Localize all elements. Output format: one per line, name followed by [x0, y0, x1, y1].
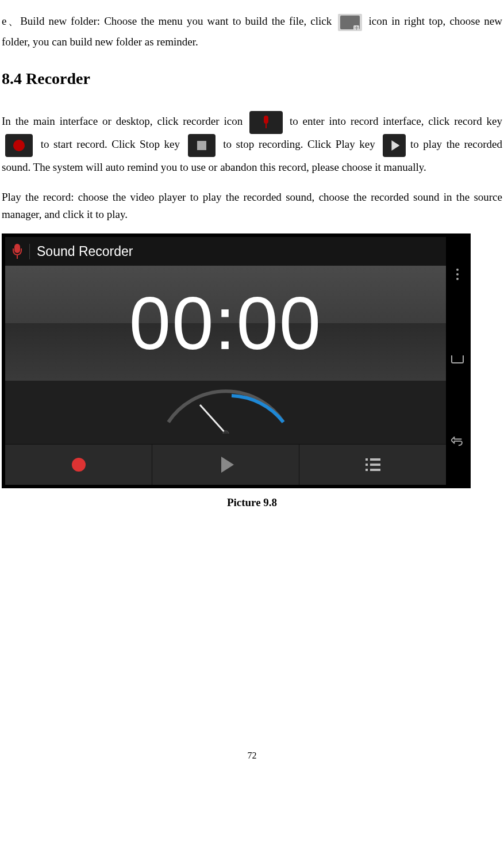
system-nav-bar: [448, 237, 467, 485]
recorder-app-icon: [249, 111, 283, 134]
device-screen: Sound Recorder 00:00: [5, 237, 446, 485]
record-dot-icon: [72, 458, 86, 472]
page-container: e、Build new folder: Choose the menu you …: [0, 11, 504, 761]
timer-text: 00:00: [129, 286, 322, 361]
text-2: to enter into record interface, click re…: [290, 116, 502, 128]
section-heading: 8.4 Recorder: [2, 70, 502, 88]
text-e-1: e、Build new folder: Choose the menu you …: [2, 15, 336, 27]
vu-meter-area: [5, 381, 446, 444]
record-button[interactable]: [5, 445, 152, 485]
new-folder-icon: [338, 14, 362, 31]
svg-line-0: [200, 405, 226, 434]
vu-meter-icon: [145, 388, 306, 434]
figure-caption: Picture 9.8: [2, 496, 502, 509]
back-nav-button[interactable]: [451, 436, 464, 449]
controls-bar: [5, 444, 446, 485]
back-arrow-icon: [451, 436, 464, 449]
home-icon: [451, 355, 464, 363]
app-header: Sound Recorder: [5, 237, 446, 266]
play-triangle-icon: [221, 457, 234, 473]
stop-key-icon: [188, 134, 216, 157]
play-button[interactable]: [152, 445, 299, 485]
paragraph-2: Play the record: choose the video player…: [2, 189, 502, 223]
paragraph-1: In the main interface or desktop, click …: [2, 111, 502, 178]
page-number: 72: [2, 751, 502, 761]
list-button[interactable]: [299, 445, 446, 485]
menu-nav-button[interactable]: [456, 273, 459, 275]
play-key-icon: [383, 134, 406, 157]
text-4: to stop recording. Click Play key: [223, 139, 379, 151]
app-title: Sound Recorder: [29, 244, 133, 259]
timer-display: 00:00: [5, 266, 446, 381]
mic-icon: [11, 243, 24, 260]
list-icon: [366, 458, 380, 471]
menu-dots-icon: [456, 273, 459, 275]
text-1: In the main interface or desktop, click …: [2, 116, 247, 128]
text-3: to start record. Click Stop key: [41, 139, 184, 151]
sound-recorder-screenshot: Sound Recorder 00:00: [2, 233, 471, 488]
home-nav-button[interactable]: [451, 349, 464, 363]
paragraph-e: e、Build new folder: Choose the menu you …: [2, 11, 502, 52]
record-key-icon: [5, 134, 33, 157]
